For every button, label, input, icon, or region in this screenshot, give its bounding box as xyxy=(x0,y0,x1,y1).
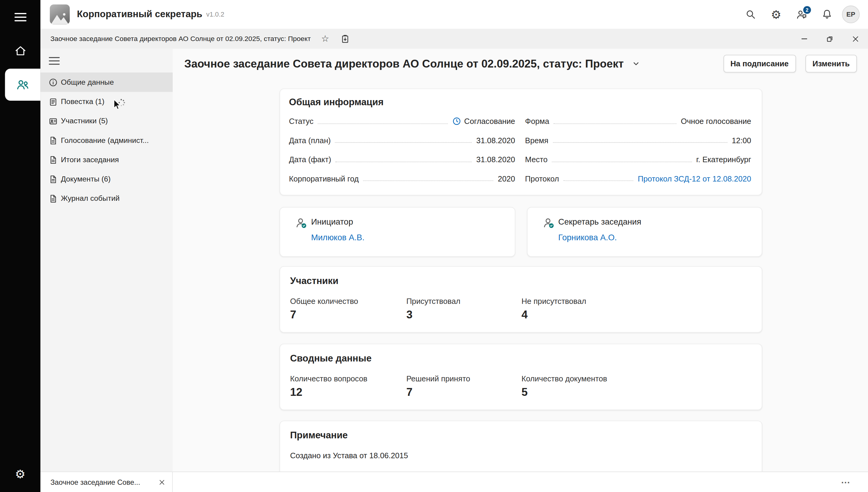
meetings-nav-button-active[interactable] xyxy=(5,69,41,101)
sidebar-item-label: Итоги заседания xyxy=(61,155,119,164)
header-actions: ⚙ 2 EP xyxy=(740,4,868,25)
notifications-button[interactable] xyxy=(816,4,838,25)
protocol-link[interactable]: Протокол ЗСД-12 от 12.08.2020 xyxy=(638,174,751,183)
record-sidebar: Общие данные Повестка (1) Участники (5) … xyxy=(41,49,173,472)
participants-card: Участники Общее количество 7 Присутствов… xyxy=(280,266,763,333)
gear-icon: ⚙ xyxy=(771,8,782,20)
send-to-signing-button[interactable]: На подписание xyxy=(723,55,796,73)
hamburger-menu-button[interactable] xyxy=(10,7,31,28)
window-controls xyxy=(791,29,868,49)
hamburger-icon xyxy=(13,10,27,24)
close-icon xyxy=(851,35,860,43)
hamburger-icon xyxy=(49,56,60,65)
stat-documents: Количество документов 5 xyxy=(521,374,752,398)
chevron-down-icon xyxy=(631,59,640,68)
field-status: Статус Согласование xyxy=(289,112,515,131)
document-tab-bar: Заочное заседание Совета директоров АО С… xyxy=(41,29,868,49)
notification-badge: 2 xyxy=(803,6,811,14)
info-icon xyxy=(49,78,57,87)
sidebar-item-results[interactable]: Итоги заседания xyxy=(41,150,173,169)
favorite-button[interactable]: ☆ xyxy=(317,31,333,46)
summary-card: Сводные данные Количество вопросов 12 Ре… xyxy=(280,344,763,410)
search-icon xyxy=(745,9,756,20)
agenda-icon xyxy=(49,97,57,106)
document-icon xyxy=(49,194,57,203)
participants-stats: Общее количество 7 Присутствовал 3 Не пр… xyxy=(290,297,752,321)
user-avatar[interactable]: EP xyxy=(842,5,860,23)
sidebar-item-participants[interactable]: Участники (5) xyxy=(41,111,173,130)
document-tab-title: Заочное заседание Совета директоров АО С… xyxy=(50,35,311,43)
bottom-bar-more-button[interactable]: ... xyxy=(841,475,850,485)
edit-button[interactable]: Изменить xyxy=(805,55,857,73)
secretary-card: Секретарь заседания Горникова А.О. xyxy=(527,207,763,257)
screenshot-root: ⚙ Корпоративный секретарь v1.0.2 ⚙ 2 EP xyxy=(0,0,868,492)
dotted-leader xyxy=(318,123,448,124)
card-title: Общая информация xyxy=(289,97,751,108)
home-nav-button[interactable] xyxy=(10,41,31,62)
document-icon xyxy=(49,136,57,145)
person-role-label: Секретарь заседания xyxy=(558,217,641,226)
sidebar-item-voting[interactable]: Голосование (админист... xyxy=(41,130,173,150)
field-date-fact: Дата (факт) 31.08.2020 xyxy=(289,150,515,169)
stat-total: Общее количество 7 xyxy=(290,297,406,321)
dotted-leader xyxy=(553,142,727,143)
secretary-link[interactable]: Горникова А.О. xyxy=(558,232,617,242)
dotted-leader xyxy=(554,123,676,124)
copy-link-button[interactable] xyxy=(337,31,353,46)
sidebar-item-label: Документы (6) xyxy=(61,175,110,183)
restore-button[interactable] xyxy=(817,29,842,49)
mountain-logo-icon xyxy=(50,12,70,24)
field-value: 2020 xyxy=(498,174,515,183)
field-corporate-year: Корпоративный год 2020 xyxy=(289,169,515,188)
main-content: Заочное заседание Совета директоров АО С… xyxy=(173,49,868,472)
document-icon xyxy=(49,155,57,164)
field-form: Форма Очное голосование xyxy=(525,112,751,131)
field-protocol: Протокол Протокол ЗСД-12 от 12.08.2020 xyxy=(525,169,751,188)
person-badge-icon xyxy=(295,217,307,229)
card-title: Примечание xyxy=(290,430,752,441)
stat-decisions: Решений принято 7 xyxy=(406,374,521,398)
feedback-button[interactable]: 2 xyxy=(791,4,812,25)
people-group-icon xyxy=(16,77,30,92)
search-button[interactable] xyxy=(740,4,761,25)
minimize-button[interactable] xyxy=(791,29,817,49)
clipboard-icon xyxy=(340,34,350,43)
field-value: Очное голосование xyxy=(681,117,751,126)
sidebar-item-label: Голосование (админист... xyxy=(61,136,149,145)
stat-questions: Количество вопросов 12 xyxy=(290,374,406,398)
bottom-tab-meeting[interactable]: Заочное заседание Сове... xyxy=(41,472,173,492)
sidebar-item-documents[interactable]: Документы (6) xyxy=(41,169,173,189)
settings-button[interactable]: ⚙ xyxy=(766,4,787,25)
sidebar-item-general-data[interactable]: Общие данные xyxy=(41,72,173,92)
record-content: Общая информация Статус Согласование Фор… xyxy=(280,89,763,471)
rail-settings-button[interactable]: ⚙ xyxy=(10,463,31,485)
note-card: Примечание Создано из Устава от 18.06.20… xyxy=(280,421,763,471)
page-header: Заочное заседание Совета директоров АО С… xyxy=(184,54,857,74)
sidebar-item-event-log[interactable]: Журнал событий xyxy=(41,189,173,208)
document-icon xyxy=(49,175,57,183)
contacts-icon xyxy=(49,116,57,125)
sidebar-item-agenda[interactable]: Повестка (1) xyxy=(41,92,173,111)
initiator-link[interactable]: Милюков А.В. xyxy=(311,232,364,242)
sidebar-item-label: Участники (5) xyxy=(61,117,108,125)
initiator-card: Инициатор Милюков А.В. xyxy=(280,207,515,257)
app-header: Корпоративный секретарь v1.0.2 ⚙ 2 EP xyxy=(41,0,868,29)
general-info-fields: Статус Согласование Форма Очное голосова… xyxy=(289,112,751,188)
bottom-tab-close-button[interactable] xyxy=(158,478,165,486)
card-title: Участники xyxy=(290,275,752,287)
sidebar-collapse-button[interactable] xyxy=(49,56,60,65)
bell-icon xyxy=(822,9,833,20)
dotted-leader xyxy=(335,162,472,162)
field-value: г. Екатеринбург xyxy=(696,155,751,164)
sidebar-item-label: Журнал событий xyxy=(61,194,120,203)
app-logo xyxy=(50,4,70,24)
page-title-expander[interactable] xyxy=(631,59,640,68)
general-info-card: Общая информация Статус Согласование Фор… xyxy=(280,89,763,195)
close-window-button[interactable] xyxy=(842,29,868,49)
sidebar-item-label: Общие данные xyxy=(61,78,114,87)
restore-icon xyxy=(825,34,834,43)
stat-present: Присутствовал 3 xyxy=(406,297,521,321)
page-actions: На подписание Изменить xyxy=(723,55,857,73)
person-role-label: Инициатор xyxy=(311,217,364,226)
dotted-leader xyxy=(563,180,633,181)
